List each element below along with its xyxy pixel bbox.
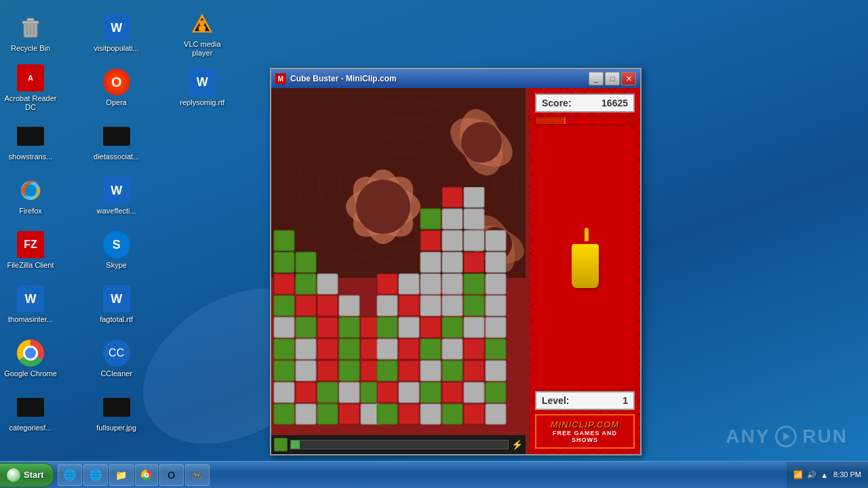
opera-label: Opera bbox=[106, 98, 127, 107]
taskbar-item-game[interactable]: 🎮 bbox=[185, 464, 210, 486]
svg-rect-73 bbox=[486, 317, 506, 338]
svg-rect-91 bbox=[399, 361, 419, 381]
vlc-label: VLC media player bbox=[174, 40, 230, 58]
svg-rect-1 bbox=[22, 21, 39, 24]
minimize-button[interactable]: _ bbox=[589, 72, 604, 85]
dietassociat-icon bbox=[103, 123, 130, 150]
taskbar-item-opera[interactable]: O bbox=[159, 464, 184, 486]
svg-rect-75 bbox=[296, 339, 316, 359]
svg-rect-53 bbox=[274, 296, 294, 316]
taskbar-item-folder[interactable]: 📁 bbox=[109, 464, 134, 486]
svg-rect-68 bbox=[377, 317, 397, 338]
svg-rect-58 bbox=[399, 296, 419, 316]
desktop-icon-dietassociat[interactable]: dietassociat... bbox=[86, 115, 147, 169]
taskbar-item-firefox[interactable]: 🌐 bbox=[58, 464, 82, 486]
desktop-icon-opera[interactable]: O Opera bbox=[86, 61, 147, 115]
anyrun-watermark: ANY RUN bbox=[726, 426, 848, 447]
svg-rect-47 bbox=[377, 274, 397, 294]
desktop-icon-vlc[interactable]: VLC media player bbox=[172, 7, 233, 61]
chrome-icon bbox=[17, 340, 44, 367]
svg-rect-57 bbox=[377, 296, 397, 316]
score-box: Score: 16625 bbox=[535, 94, 635, 113]
svg-rect-98 bbox=[317, 382, 338, 403]
svg-rect-69 bbox=[399, 317, 419, 338]
desktop-icon-visitpopulati[interactable]: W visitpopulati... bbox=[86, 7, 147, 61]
svg-rect-30 bbox=[420, 209, 441, 229]
maximize-button[interactable]: □ bbox=[605, 72, 620, 85]
svg-rect-41 bbox=[442, 252, 462, 272]
desktop-icon-acrobat[interactable]: A Acrobat Reader DC bbox=[0, 61, 61, 115]
skype-label: Skype bbox=[106, 261, 127, 270]
svg-rect-39 bbox=[296, 252, 316, 272]
svg-rect-115 bbox=[442, 404, 462, 424]
start-button[interactable]: Start bbox=[0, 463, 54, 487]
health-fill bbox=[536, 117, 566, 124]
level-box: Level: 1 bbox=[535, 391, 635, 410]
svg-rect-36 bbox=[464, 230, 484, 251]
level-value: 1 bbox=[623, 395, 628, 406]
svg-rect-59 bbox=[420, 296, 441, 316]
desktop-icon-waveffecti[interactable]: W waveffecti... bbox=[86, 169, 147, 224]
game-area[interactable]: ⚡ bbox=[271, 88, 530, 454]
taskbar-item-ie[interactable]: 🌐 bbox=[83, 464, 108, 486]
svg-rect-84 bbox=[486, 339, 506, 359]
acrobat-icon: A bbox=[17, 64, 44, 92]
svg-rect-92 bbox=[420, 361, 441, 381]
svg-rect-70 bbox=[420, 317, 441, 338]
svg-rect-114 bbox=[420, 404, 441, 424]
desktop-icon-fullsuper[interactable]: fullsuper.jpg bbox=[86, 386, 147, 441]
svg-rect-50 bbox=[442, 274, 462, 294]
svg-point-24 bbox=[461, 122, 502, 163]
miniclip-banner[interactable]: MINICLIP.COM FREE GAMES AND SHOWS bbox=[535, 414, 635, 449]
score-value: 16625 bbox=[601, 98, 628, 108]
svg-rect-105 bbox=[464, 382, 484, 403]
taskbar-item-chrome[interactable] bbox=[135, 464, 158, 486]
close-button[interactable]: ✕ bbox=[621, 72, 636, 85]
cannon-barrel bbox=[585, 228, 589, 241]
svg-rect-65 bbox=[317, 317, 338, 338]
desktop-icon-replysomig[interactable]: W replysomig.rtf bbox=[172, 61, 233, 115]
opera-icon: O bbox=[103, 68, 130, 96]
acrobat-label: Acrobat Reader DC bbox=[3, 94, 58, 112]
svg-rect-85 bbox=[274, 361, 294, 381]
desktop-icons-container: Recycle Bin A Acrobat Reader DC showstra… bbox=[0, 7, 258, 454]
window-controls: _ □ ✕ bbox=[589, 72, 636, 85]
miniclip-title: MINICLIP.COM bbox=[540, 420, 629, 430]
desktop-icon-categoriesf[interactable]: categoriesf... bbox=[0, 386, 61, 441]
desktop-icon-ccleaner[interactable]: CC CCleaner bbox=[86, 332, 147, 386]
desktop-icon-chrome[interactable]: Google Chrome bbox=[0, 332, 61, 386]
desktop-icon-thomasinter[interactable]: W thomasinter... bbox=[0, 278, 61, 332]
desktop-icon-filezilla[interactable]: FZ FileZilla Client bbox=[0, 224, 61, 278]
svg-rect-77 bbox=[339, 339, 359, 359]
svg-rect-97 bbox=[296, 382, 316, 403]
cannon-area bbox=[535, 129, 635, 387]
desktop-icon-recycle-bin[interactable]: Recycle Bin bbox=[0, 7, 61, 61]
game-grid[interactable] bbox=[271, 186, 526, 435]
svg-rect-64 bbox=[296, 317, 316, 338]
svg-marker-118 bbox=[783, 432, 790, 441]
desktop-icon-firefox[interactable]: Firefox bbox=[0, 169, 61, 224]
firefox-icon bbox=[17, 177, 44, 204]
svg-rect-37 bbox=[486, 230, 506, 251]
window-title: Cube Buster - MiniClip.com bbox=[290, 74, 585, 83]
filezilla-label: FileZilla Client bbox=[7, 261, 54, 270]
desktop-icon-fagtotal[interactable]: W fagtotal.rtf bbox=[86, 278, 147, 332]
replysomig-icon: W bbox=[189, 68, 216, 96]
svg-rect-46 bbox=[317, 274, 338, 294]
game-window[interactable]: M Cube Buster - MiniClip.com _ □ ✕ bbox=[270, 68, 642, 455]
taskbar-folder-icon: 📁 bbox=[115, 469, 127, 481]
desktop: Recycle Bin A Acrobat Reader DC showstra… bbox=[0, 0, 868, 488]
replysomig-label: replysomig.rtf bbox=[180, 98, 224, 107]
svg-rect-101 bbox=[377, 382, 397, 403]
svg-rect-107 bbox=[274, 404, 294, 424]
game-progress-bar: ⚡ bbox=[271, 435, 526, 454]
svg-rect-88 bbox=[339, 361, 359, 381]
svg-rect-34 bbox=[420, 230, 441, 251]
recycle-bin-icon bbox=[17, 14, 44, 41]
svg-rect-74 bbox=[274, 339, 294, 359]
desktop-icon-showstrans[interactable]: showstrans... bbox=[0, 115, 61, 169]
dietassociat-label: dietassociat... bbox=[94, 152, 139, 161]
svg-point-11 bbox=[199, 20, 205, 26]
desktop-icon-skype[interactable]: S Skype bbox=[86, 224, 147, 278]
svg-rect-10 bbox=[199, 26, 205, 31]
